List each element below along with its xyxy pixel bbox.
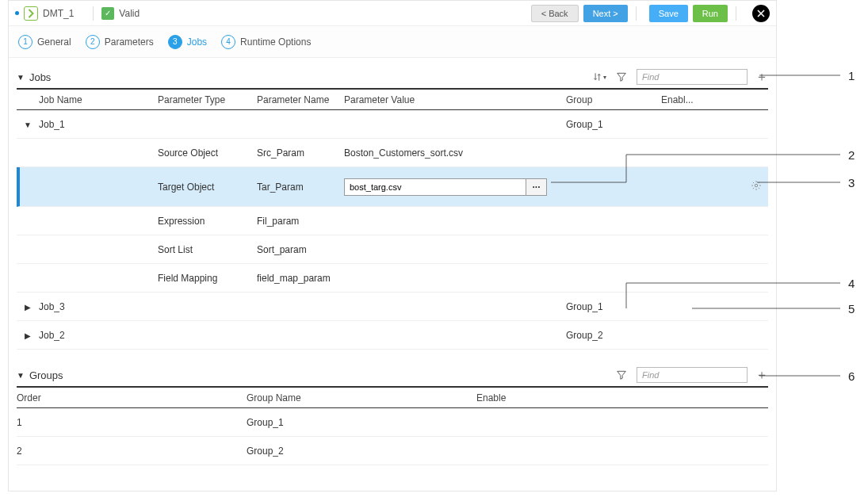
next-button[interactable]: Next > <box>583 5 628 22</box>
wizard-step-runtime[interactable]: 4 Runtime Options <box>221 35 311 49</box>
step-label: Runtime Options <box>240 36 311 48</box>
run-button[interactable]: Run <box>693 5 728 22</box>
browse-button[interactable]: ··· <box>526 178 547 196</box>
group-name: Group_1 <box>247 417 476 428</box>
job-name: Job_3 <box>39 301 158 312</box>
valid-label: Valid <box>119 8 140 19</box>
divider <box>636 6 637 21</box>
groups-find-input[interactable] <box>637 367 748 383</box>
task-type-icon <box>24 6 38 21</box>
group-row[interactable]: 2 Group_2 <box>17 437 768 465</box>
section-title: Jobs <box>29 71 51 83</box>
param-type: Target Object <box>158 182 257 193</box>
param-type: Expression <box>158 216 257 227</box>
param-row-selected[interactable]: Target Object Tar_Param ··· <box>17 167 768 207</box>
save-button[interactable]: Save <box>649 5 688 22</box>
col-enable: Enabl... <box>661 94 725 105</box>
param-name: Sort_param <box>257 244 344 255</box>
filter-icon[interactable] <box>614 70 629 84</box>
param-row[interactable]: Field Mapping field_map_param <box>17 264 768 293</box>
wizard-step-parameters[interactable]: 2 Parameters <box>86 35 154 49</box>
param-type: Field Mapping <box>158 273 257 284</box>
close-button[interactable] <box>752 5 770 22</box>
chevron-down-icon[interactable]: ▼ <box>24 120 32 129</box>
step-number-icon: 4 <box>221 35 235 49</box>
job-group: Group_2 <box>566 330 661 341</box>
modified-dot-icon <box>15 11 19 15</box>
param-type: Source Object <box>158 147 257 159</box>
sort-icon[interactable]: ▾ <box>592 70 606 84</box>
col-pval: Parameter Value <box>344 94 566 105</box>
step-number-icon: 2 <box>86 35 100 49</box>
step-label: Jobs <box>187 36 207 48</box>
back-button[interactable]: < Back <box>531 5 579 22</box>
param-row[interactable]: Source Object Src_Param Boston_Customers… <box>17 139 768 167</box>
callout-4: 4 <box>848 277 855 290</box>
job-group: Group_1 <box>566 301 661 312</box>
callout-2: 2 <box>848 148 855 162</box>
job-name: Job_1 <box>39 119 158 130</box>
collapse-icon[interactable]: ▼ <box>17 73 25 82</box>
group-row[interactable]: 1 Group_1 <box>17 408 768 437</box>
group-order: 1 <box>17 417 247 428</box>
add-group-button[interactable]: ＋ <box>755 367 768 384</box>
step-label: General <box>37 36 71 48</box>
content-area: ▼ Jobs ▾ ＋ Job Name Parameter Type Param… <box>9 58 776 491</box>
col-group: Group <box>566 94 661 105</box>
jobs-table-header: Job Name Parameter Type Parameter Name P… <box>17 90 768 110</box>
col-groupname: Group Name <box>247 392 476 403</box>
col-enable: Enable <box>476 392 635 403</box>
param-row[interactable]: Expression Fil_param <box>17 207 768 235</box>
divider <box>93 6 94 21</box>
col-order: Order <box>17 392 247 403</box>
valid-badge-icon: ✓ <box>101 7 114 20</box>
job-name: Job_2 <box>39 330 158 341</box>
callout-6: 6 <box>848 369 855 383</box>
callout-3: 3 <box>848 176 855 189</box>
param-name: Tar_Param <box>257 182 344 193</box>
callout-1: 1 <box>848 69 855 82</box>
param-row[interactable]: Sort List Sort_param <box>17 235 768 264</box>
wizard-step-jobs[interactable]: 3 Jobs <box>168 35 207 49</box>
param-name: field_map_param <box>257 273 344 284</box>
groups-table-header: Order Group Name Enable <box>17 388 768 408</box>
task-name: DMT_1 <box>43 8 74 19</box>
collapse-icon[interactable]: ▼ <box>17 371 25 380</box>
job-row-job2[interactable]: ▶ Job_2 Group_2 <box>17 321 768 350</box>
wizard-tabs: 1 General 2 Parameters 3 Jobs 4 Runtime … <box>9 26 776 58</box>
step-number-icon: 1 <box>18 35 33 49</box>
chevron-right-icon[interactable]: ▶ <box>25 303 31 312</box>
group-name: Group_2 <box>247 446 476 457</box>
jobs-find-input[interactable] <box>637 69 748 85</box>
param-value-input[interactable] <box>344 178 526 196</box>
jobs-section-header: ▼ Jobs ▾ ＋ <box>17 66 768 90</box>
step-label: Parameters <box>105 36 154 48</box>
gear-icon[interactable] <box>751 182 762 193</box>
col-jobname: Job Name <box>39 94 158 105</box>
svg-point-0 <box>755 184 758 187</box>
add-job-button[interactable]: ＋ <box>755 69 768 86</box>
param-name: Src_Param <box>257 147 344 159</box>
job-group: Group_1 <box>566 119 661 130</box>
filter-icon[interactable] <box>614 368 629 382</box>
col-ptype: Parameter Type <box>158 94 257 105</box>
param-value: Boston_Customers_sort.csv <box>344 147 566 159</box>
section-title: Groups <box>29 369 63 381</box>
callout-5: 5 <box>848 302 855 316</box>
wizard-step-general[interactable]: 1 General <box>18 35 71 49</box>
group-order: 2 <box>17 446 247 457</box>
col-pname: Parameter Name <box>257 94 344 105</box>
param-name: Fil_param <box>257 216 344 227</box>
job-row-job1[interactable]: ▼ Job_1 Group_1 <box>17 110 768 139</box>
chevron-right-icon[interactable]: ▶ <box>25 331 31 340</box>
app-window: DMT_1 ✓ Valid < Back Next > Save Run 1 G… <box>8 0 777 491</box>
step-number-icon: 3 <box>168 35 182 49</box>
groups-section-header: ▼ Groups ＋ <box>17 364 768 388</box>
job-row-job3[interactable]: ▶ Job_3 Group_1 <box>17 293 768 321</box>
param-type: Sort List <box>158 244 257 255</box>
divider <box>736 6 736 21</box>
top-bar: DMT_1 ✓ Valid < Back Next > Save Run <box>9 1 776 26</box>
